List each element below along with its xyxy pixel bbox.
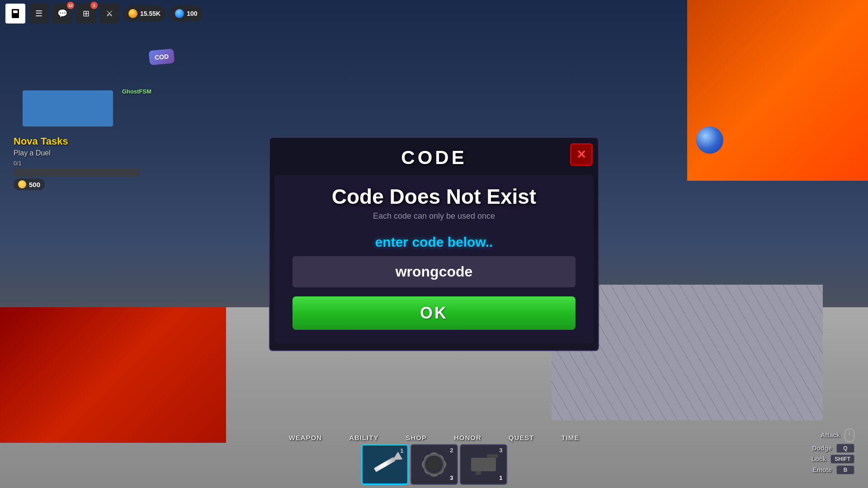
modal-body: Code Does Not Exist Each code can only b… (274, 175, 594, 343)
close-button[interactable]: ✕ (570, 143, 593, 166)
hint-text: Each code can only be used once (292, 211, 576, 221)
code-input[interactable] (292, 256, 576, 287)
ok-button[interactable]: OK (292, 296, 576, 330)
code-modal: CODE ✕ Code Does Not Exist Each code can… (269, 137, 599, 351)
modal-header: CODE ✕ (270, 138, 598, 175)
error-message: Code Does Not Exist (292, 184, 576, 209)
modal-overlay: CODE ✕ Code Does Not Exist Each code can… (0, 0, 868, 488)
enter-code-label: enter code below.. (292, 235, 576, 250)
close-icon: ✕ (576, 148, 586, 162)
modal-title: CODE (279, 147, 589, 169)
